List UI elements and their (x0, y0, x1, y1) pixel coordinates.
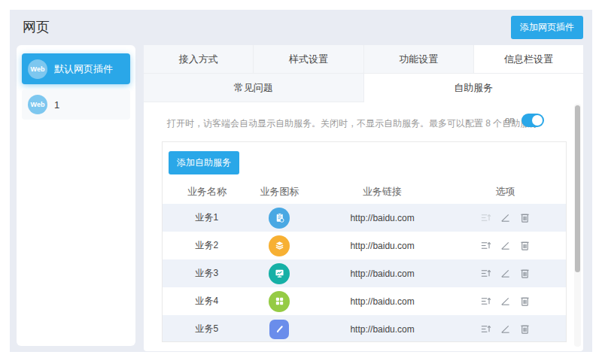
self-service-toggle[interactable] (521, 114, 544, 127)
edit-icon[interactable] (500, 268, 511, 279)
add-self-service-button[interactable]: 添加自助服务 (169, 151, 239, 174)
move-top-icon[interactable] (480, 212, 491, 223)
web-badge-icon: Web (28, 95, 47, 114)
self-service-config-panel: 添加自助服务 业务名称 业务图标 业务链接 选项 业务1 (162, 141, 567, 342)
tab-self-service[interactable]: 自助服务 (364, 74, 584, 102)
move-top-icon[interactable] (480, 323, 491, 335)
sidebar-item-label: 默认网页插件 (54, 62, 113, 76)
layers-icon (269, 235, 290, 256)
header-service-link: 业务链接 (308, 185, 457, 199)
table-row: 业务1 http://baidu.com (163, 204, 566, 232)
page-title: 网页 (23, 18, 50, 36)
move-top-icon[interactable] (480, 268, 491, 279)
tab-faq[interactable]: 常见问题 (144, 74, 364, 102)
grid-icon (269, 291, 290, 312)
scrollbar-thumb[interactable] (575, 105, 580, 272)
service-name: 业务5 (163, 323, 251, 335)
delete-icon[interactable] (519, 268, 531, 279)
tab-access-method[interactable]: 接入方式 (144, 45, 253, 73)
monitor-chart-icon (269, 263, 290, 284)
self-service-description: 打开时，访客端会自动显示自助服务。关闭时，不显示自助服务。最多可以配置 8 个自… (167, 117, 538, 130)
clipboard-icon (269, 208, 290, 229)
header-service-name: 业务名称 (163, 185, 251, 199)
service-name: 业务2 (163, 239, 251, 252)
delete-icon[interactable] (519, 323, 531, 335)
delete-icon[interactable] (519, 212, 531, 223)
plugin-sidebar: Web 默认网页插件 Web 1 (17, 45, 135, 346)
tab-function-settings[interactable]: 功能设置 (363, 45, 473, 73)
app-window: 网页 添加网页插件 Web 默认网页插件 Web 1 接入方式 样式设置 功能设… (0, 0, 602, 364)
pencil-icon (269, 320, 289, 339)
table-row: 业务3 http://baidu.com (163, 259, 566, 287)
service-link: http://baidu.com (308, 268, 457, 279)
tab-infobar-settings[interactable]: 信息栏设置 (473, 45, 583, 73)
settings-panel: 接入方式 样式设置 功能设置 信息栏设置 常见问题 自助服务 打开时，访客端会自… (144, 45, 583, 351)
header-service-icon: 业务图标 (251, 185, 308, 199)
table-header-row: 业务名称 业务图标 业务链接 选项 (163, 180, 566, 204)
edit-icon[interactable] (500, 240, 511, 251)
sidebar-item-default-plugin[interactable]: Web 默认网页插件 (22, 53, 130, 84)
tab-bar-secondary: 常见问题 自助服务 (144, 74, 583, 102)
self-service-table: 业务名称 业务图标 业务链接 选项 业务1 (163, 180, 566, 342)
header-options: 选项 (457, 185, 566, 199)
service-name: 业务4 (163, 295, 251, 308)
self-service-toggle-group: on (505, 114, 544, 127)
table-row: 业务2 http://baidu.com (163, 232, 566, 259)
table-row: 业务4 http://baidu.com (163, 287, 566, 315)
delete-icon[interactable] (519, 296, 531, 307)
service-link: http://baidu.com (308, 324, 457, 335)
table-row: 业务5 http://baidu.com (163, 315, 566, 342)
edit-icon[interactable] (500, 212, 511, 223)
move-top-icon[interactable] (480, 296, 491, 307)
tab-bar-primary: 接入方式 样式设置 功能设置 信息栏设置 (144, 45, 583, 74)
service-link: http://baidu.com (308, 213, 457, 223)
sidebar-item-plugin-1[interactable]: Web 1 (22, 89, 130, 120)
edit-icon[interactable] (500, 296, 511, 307)
add-web-plugin-button[interactable]: 添加网页插件 (511, 16, 583, 39)
service-link: http://baidu.com (308, 296, 457, 307)
toggle-state-label: on (505, 115, 515, 126)
sidebar-item-label: 1 (54, 99, 59, 111)
web-badge-icon: Web (28, 59, 47, 79)
toggle-knob (532, 115, 543, 126)
delete-icon[interactable] (519, 240, 531, 251)
edit-icon[interactable] (500, 323, 511, 335)
service-name: 业务1 (163, 211, 251, 224)
service-name: 业务3 (163, 267, 251, 280)
move-top-icon[interactable] (480, 240, 491, 251)
service-link: http://baidu.com (308, 241, 457, 251)
tab-style-settings[interactable]: 样式设置 (253, 45, 363, 73)
